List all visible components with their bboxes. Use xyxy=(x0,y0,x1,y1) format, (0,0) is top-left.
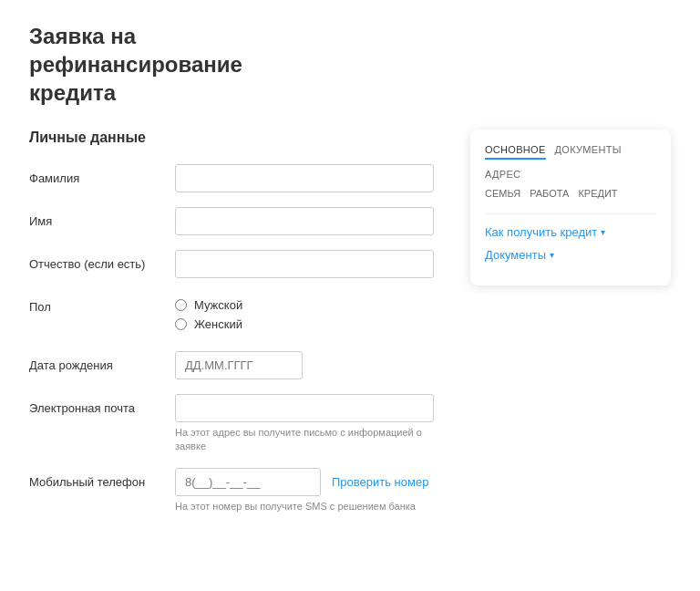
tab-rabota[interactable]: РАБОТА xyxy=(530,188,569,199)
email-control: На этот адрес вы получите письмо с инфор… xyxy=(175,394,434,454)
gender-female-option[interactable]: Женский xyxy=(175,317,434,331)
sidebar-divider xyxy=(485,213,656,214)
first-name-label: Имя xyxy=(29,207,175,228)
last-name-row: Фамилия xyxy=(29,164,434,192)
middle-name-row: Отчество (если есть) xyxy=(29,250,434,278)
tab-kredit[interactable]: КРЕДИТ xyxy=(578,188,617,199)
dob-label: Дата рождения xyxy=(29,351,175,372)
dob-row: Дата рождения xyxy=(29,351,434,379)
gender-male-label: Мужской xyxy=(194,298,242,312)
gender-row: Пол Мужской Женский xyxy=(29,293,434,337)
verify-phone-button[interactable]: Проверить номер xyxy=(332,475,428,489)
section-title: Личные данные xyxy=(29,130,434,146)
documents-text: Документы xyxy=(485,248,546,262)
phone-label: Мобильный телефон xyxy=(29,468,175,489)
tabs-row-2: СЕМЬЯ РАБОТА КРЕДИТ xyxy=(485,188,656,199)
how-to-get-credit-link[interactable]: Как получить кредит ▾ xyxy=(485,225,656,239)
page-title: Заявка на рефинансирование кредита xyxy=(29,22,303,108)
gender-female-label: Женский xyxy=(194,317,242,331)
last-name-input[interactable] xyxy=(175,164,434,192)
email-row: Электронная почта На этот адрес вы получ… xyxy=(29,394,434,454)
form-section: Личные данные Фамилия Имя Отчество (если… xyxy=(29,130,434,529)
gender-control: Мужской Женский xyxy=(175,293,434,337)
middle-name-input[interactable] xyxy=(175,250,434,278)
tab-adres[interactable]: АДРЕС xyxy=(485,169,520,182)
tab-osnovnoe[interactable]: ОСНОВНОЕ xyxy=(485,144,546,160)
dob-control xyxy=(175,351,434,379)
gender-male-radio[interactable] xyxy=(175,299,187,311)
phone-hint: На этот номер вы получите SMS с решением… xyxy=(175,500,434,513)
phone-input-row: Проверить номер xyxy=(175,468,434,496)
gender-label: Пол xyxy=(29,293,175,314)
gender-female-radio[interactable] xyxy=(175,318,187,330)
email-hint: На этот адрес вы получите письмо с инфор… xyxy=(175,426,434,454)
middle-name-control xyxy=(175,250,434,278)
gender-male-option[interactable]: Мужской xyxy=(175,298,434,312)
middle-name-label: Отчество (если есть) xyxy=(29,250,175,271)
last-name-label: Фамилия xyxy=(29,164,175,185)
chevron-down-icon-2: ▾ xyxy=(550,250,554,260)
phone-row: Мобильный телефон Проверить номер На это… xyxy=(29,468,434,513)
last-name-control xyxy=(175,164,434,192)
how-to-get-credit-text: Как получить кредит xyxy=(485,225,597,239)
tab-semya[interactable]: СЕМЬЯ xyxy=(485,188,520,199)
first-name-input[interactable] xyxy=(175,207,434,235)
first-name-row: Имя xyxy=(29,207,434,235)
phone-control: Проверить номер На этот номер вы получит… xyxy=(175,468,434,513)
dob-input[interactable] xyxy=(175,351,303,379)
tab-dokumenty[interactable]: ДОКУМЕНТЫ xyxy=(555,144,622,160)
first-name-control xyxy=(175,207,434,235)
sidebar-card: ОСНОВНОЕ ДОКУМЕНТЫ АДРЕС СЕМЬЯ РАБОТА КР… xyxy=(470,130,671,285)
phone-input[interactable] xyxy=(175,468,321,496)
tabs-row-1: ОСНОВНОЕ ДОКУМЕНТЫ АДРЕС xyxy=(485,144,656,182)
email-label: Электронная почта xyxy=(29,394,175,415)
chevron-down-icon: ▾ xyxy=(601,227,605,237)
email-input[interactable] xyxy=(175,394,434,422)
documents-link[interactable]: Документы ▾ xyxy=(485,248,656,262)
